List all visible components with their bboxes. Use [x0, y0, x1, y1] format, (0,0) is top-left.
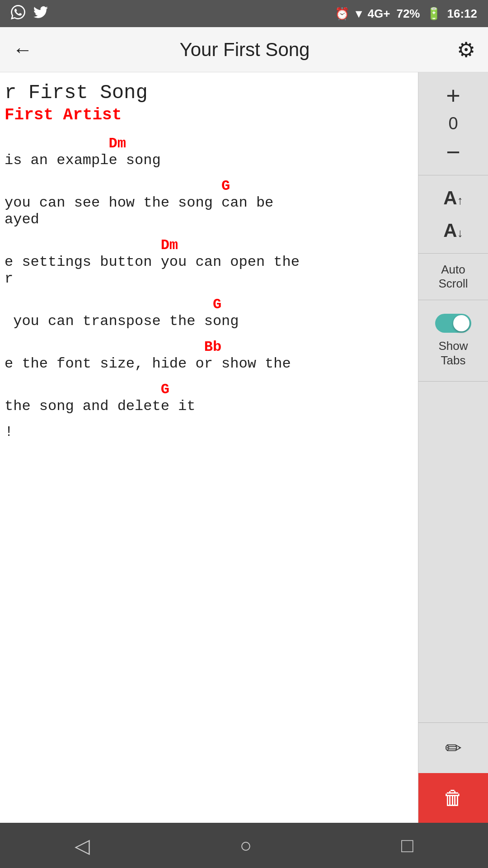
- status-right-info: ⏰ ▾ 4G+ 72% 🔋 16:12: [335, 7, 477, 21]
- lyric-6: the song and delete it: [5, 398, 418, 415]
- show-tabs-toggle-container: ShowTabs: [435, 307, 471, 374]
- show-tabs-toggle[interactable]: [435, 314, 471, 333]
- nav-back-button[interactable]: ◁: [75, 834, 90, 857]
- battery-label: 72%: [396, 7, 420, 21]
- time-label: 16:12: [447, 7, 478, 21]
- song-block-7: !: [5, 424, 418, 440]
- song-block-2: G you can see how the song can be ayed: [5, 178, 418, 228]
- network-label: 4G+: [368, 7, 390, 21]
- font-size-section: A↑ A↓: [418, 175, 488, 254]
- status-bar: ⏰ ▾ 4G+ 72% 🔋 16:12: [0, 0, 488, 27]
- bottom-nav: ◁ ○ □: [0, 823, 488, 868]
- twitter-icon: [33, 5, 48, 23]
- battery-icon: 🔋: [427, 7, 441, 21]
- toggle-knob: [453, 315, 469, 331]
- chord-dm-1: Dm: [5, 135, 418, 152]
- nav-recent-button[interactable]: □: [401, 834, 413, 857]
- transpose-minus-button[interactable]: −: [418, 135, 488, 169]
- auto-scroll-label: AutoScroll: [436, 260, 469, 293]
- song-block-5: Bb e the font size, hide or show the: [5, 339, 418, 372]
- delete-button[interactable]: 🗑: [418, 773, 488, 823]
- show-tabs-section: ShowTabs: [418, 300, 488, 381]
- song-title: r First Song: [5, 81, 418, 104]
- app-bar: Your First Song: [0, 27, 488, 72]
- show-tabs-label: ShowTabs: [436, 336, 469, 370]
- chord-bb: Bb: [5, 339, 418, 355]
- status-left-icons: [11, 5, 48, 23]
- whatsapp-icon: [11, 5, 25, 23]
- song-block-6: G the song and delete it: [5, 381, 418, 415]
- edit-pencil-icon: ✏: [445, 736, 462, 760]
- lyric-4: you can transpose the song: [5, 313, 418, 330]
- song-block-1: Dm is an example song: [5, 135, 418, 169]
- song-content: r First Song First Artist Dm is an examp…: [0, 72, 418, 823]
- lyric-2: you can see how the song can be ayed: [5, 194, 418, 228]
- lyric-1: is an example song: [5, 152, 418, 169]
- song-block-4: G you can transpose the song: [5, 296, 418, 330]
- chord-g-2: G: [5, 296, 418, 313]
- chord-dm-2: Dm: [5, 237, 418, 254]
- edit-delete-section: ✏ 🗑: [418, 382, 488, 823]
- font-increase-button[interactable]: A↑: [418, 182, 488, 214]
- alarm-icon: ⏰: [335, 7, 349, 21]
- settings-button[interactable]: [457, 38, 475, 62]
- song-artist: First Artist: [5, 106, 418, 124]
- transpose-plus-button[interactable]: +: [418, 79, 488, 112]
- main-area: r First Song First Artist Dm is an examp…: [0, 72, 488, 823]
- font-increase-icon: A↑: [443, 187, 463, 208]
- song-block-3: Dm e settings button you can open the r: [5, 237, 418, 287]
- transpose-value: 0: [448, 112, 458, 135]
- page-title: Your First Song: [180, 39, 310, 61]
- font-decrease-icon: A↓: [443, 220, 463, 241]
- nav-home-button[interactable]: ○: [239, 834, 252, 857]
- font-decrease-button[interactable]: A↓: [418, 214, 488, 247]
- auto-scroll-section: AutoScroll: [418, 254, 488, 300]
- lyric-5: e the font size, hide or show the: [5, 355, 418, 372]
- lyric-7: !: [5, 424, 418, 440]
- chord-g-1: G: [5, 178, 418, 194]
- right-sidebar: + 0 − A↑ A↓ AutoScroll ShowTabs: [418, 72, 488, 823]
- delete-trash-icon: 🗑: [443, 787, 463, 809]
- wifi-icon: ▾: [356, 7, 361, 21]
- transpose-section: + 0 −: [418, 72, 488, 175]
- lyric-3: e settings button you can open the r: [5, 254, 418, 287]
- chord-g-3: G: [5, 381, 418, 398]
- back-button[interactable]: [13, 38, 33, 61]
- edit-button[interactable]: ✏: [418, 722, 488, 773]
